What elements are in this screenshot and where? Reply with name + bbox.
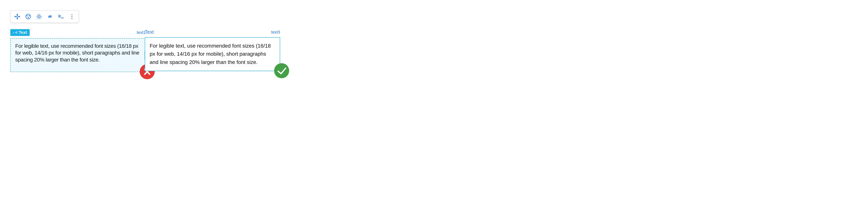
move-tool-button[interactable] [12, 12, 22, 22]
toolbar: R(x) ⋮ [10, 10, 79, 23]
chevron-left-icon: ‹ [13, 31, 14, 35]
left-text-box[interactable]: For legible text, use recommended font s… [10, 38, 146, 72]
svg-point-10 [27, 15, 28, 17]
svg-point-13 [38, 15, 40, 18]
right-text-content: For legible text, use recommended font s… [150, 42, 275, 66]
right-text-box[interactable]: For legible text, use recommended font s… [145, 37, 280, 71]
right-panel-good: Text text3 For legible text, use recomme… [145, 29, 280, 71]
svg-point-12 [28, 17, 29, 18]
style-button[interactable] [23, 12, 33, 22]
variable-icon-label: R(x) [58, 14, 64, 19]
right-panel-label: Text [145, 29, 154, 35]
left-text-content: For legible text, use recommended font s… [15, 43, 141, 63]
link-button[interactable] [45, 12, 55, 22]
left-panel-id: text1 [137, 30, 146, 35]
right-panel-id: text3 [271, 30, 280, 35]
good-indicator-icon [274, 63, 289, 78]
svg-rect-4 [17, 16, 18, 17]
left-panel-header: ‹ < Text text1 [10, 29, 146, 37]
left-panel-label: ‹ < Text [10, 29, 30, 36]
settings-button[interactable] [34, 12, 44, 22]
svg-point-11 [29, 15, 30, 17]
left-panel-bad: ‹ < Text text1 For legible text, use rec… [10, 29, 146, 72]
more-options-button[interactable]: ⋮ [67, 12, 77, 22]
more-icon: ⋮ [69, 13, 74, 20]
right-panel-header: Text text3 [145, 29, 280, 36]
variable-button[interactable]: R(x) [56, 12, 66, 22]
svg-point-9 [26, 14, 31, 19]
